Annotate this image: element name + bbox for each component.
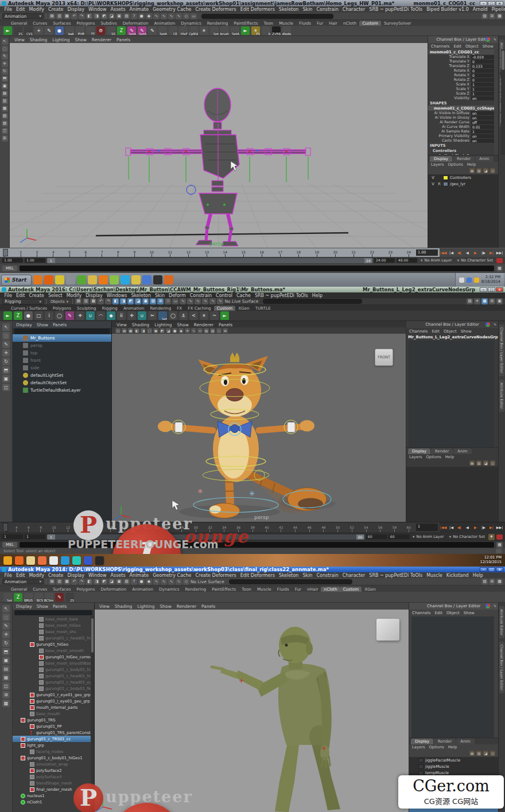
select-by-name-input[interactable] bbox=[201, 14, 333, 19]
outliner-item[interactable]: defaultObjectSet bbox=[13, 379, 111, 387]
shelf-tab[interactable]: Animation bbox=[152, 21, 178, 26]
menu-item[interactable]: Edit Deformers bbox=[238, 573, 277, 578]
tool-icon[interactable]: ▥ bbox=[2, 98, 8, 104]
tray-icon[interactable] bbox=[459, 278, 464, 283]
taskbar-app-icon[interactable] bbox=[49, 556, 58, 565]
shelf-tab[interactable]: FX Caching bbox=[185, 306, 213, 311]
tool-icon[interactable]: ✛ bbox=[2, 631, 10, 638]
panel-menu-item[interactable]: Renderer bbox=[194, 322, 213, 326]
viewport-canvas[interactable]: persp bbox=[10, 43, 428, 248]
taskbar-app-icon[interactable] bbox=[3, 556, 12, 565]
title-bar[interactable]: Autodesk Maya 2014: D:\PL\WORKSHOPS\rigg… bbox=[0, 567, 505, 572]
tray-icon[interactable] bbox=[474, 278, 479, 283]
outliner-item[interactable]: side bbox=[13, 364, 111, 372]
tool-icon[interactable]: ▦ bbox=[2, 106, 8, 112]
channel-value-field[interactable]: off bbox=[471, 120, 494, 124]
status-icon[interactable]: ↶ bbox=[98, 298, 104, 304]
menu-item[interactable]: Arnold bbox=[471, 7, 490, 12]
shelf-item[interactable]: ✎ bbox=[148, 26, 157, 35]
channel-menu-item[interactable]: Channels bbox=[431, 44, 449, 48]
tool-icon[interactable]: ⊞ bbox=[2, 691, 10, 698]
new-layer-icon[interactable]: ◫ bbox=[490, 751, 495, 756]
mel-input[interactable] bbox=[20, 542, 494, 548]
channel-menu-item[interactable]: Channels bbox=[409, 329, 428, 333]
status-icon[interactable]: ◧ bbox=[86, 579, 92, 585]
panel-menu-item[interactable]: View bbox=[14, 37, 25, 42]
taskbar-app-icon[interactable] bbox=[142, 275, 152, 284]
channel-scrollbar[interactable] bbox=[501, 49, 505, 155]
status-icon[interactable]: ▨ bbox=[123, 579, 130, 585]
tool-icon[interactable]: ▨ bbox=[2, 120, 8, 127]
shelf-tab[interactable]: Deformation bbox=[120, 21, 152, 26]
anim-end-field[interactable]: 48.00 bbox=[397, 258, 417, 263]
channel-value-field[interactable]: on bbox=[471, 139, 494, 143]
panel-toolbar-icon[interactable]: ∿ bbox=[191, 328, 196, 333]
layer-menu-item[interactable]: Options bbox=[448, 162, 463, 167]
side-tab[interactable]: Channel Box / Layer Editor bbox=[499, 642, 504, 693]
menu-item[interactable]: Muscle bbox=[425, 573, 445, 578]
menu-item[interactable]: SRB ~ pupPetEDi ToOls bbox=[367, 7, 425, 12]
shelf-item[interactable]: 2S bbox=[65, 593, 74, 602]
status-icon[interactable]: ⊞ bbox=[157, 298, 164, 304]
character-set-dropdown[interactable]: ▼No Character Set bbox=[447, 534, 487, 540]
status-icon[interactable]: ◧ bbox=[112, 298, 119, 304]
outliner-item[interactable]: base_mouth bbox=[13, 710, 94, 717]
taskbar-app-icon[interactable] bbox=[88, 275, 97, 284]
menu-item[interactable]: Assets bbox=[108, 7, 127, 12]
shelf-item[interactable]: PHR bbox=[76, 26, 84, 35]
outliner-item[interactable]: gurung01_PP bbox=[13, 723, 94, 729]
character-set-dropdown[interactable]: ▼No Character Set bbox=[455, 258, 495, 263]
title-bar[interactable]: Autodesk Maya 2013 x64: D:\PL\WORKSHOPS\… bbox=[0, 0, 505, 6]
channel-value-field[interactable]: 1 bbox=[471, 130, 494, 134]
status-icon[interactable]: ▭ bbox=[172, 298, 178, 304]
minimize-button[interactable]: – bbox=[480, 567, 487, 572]
menu-item[interactable]: Select bbox=[46, 293, 64, 298]
taskbar-app-icon[interactable] bbox=[121, 275, 130, 284]
menu-item[interactable]: File bbox=[2, 293, 14, 298]
status-icon[interactable]: ∿ bbox=[209, 298, 216, 304]
select-by-name-input[interactable] bbox=[229, 579, 352, 584]
channel-menu-item[interactable]: Edit bbox=[434, 611, 442, 615]
menu-item[interactable]: Display bbox=[84, 293, 105, 298]
taskbar-app-icon[interactable] bbox=[15, 556, 24, 565]
status-icon[interactable]: ▨ bbox=[123, 13, 130, 19]
outliner-item[interactable]: persp bbox=[13, 342, 111, 349]
shelf-item[interactable]: Z bbox=[117, 26, 126, 35]
panel-toolbar-icon[interactable]: ▤ bbox=[122, 328, 127, 333]
menu-item[interactable]: Create Deformers bbox=[193, 573, 238, 578]
layer-menu-item[interactable]: Help bbox=[448, 745, 457, 749]
taskbar-app-icon[interactable] bbox=[44, 275, 53, 284]
layer-tab[interactable]: Render bbox=[431, 448, 453, 454]
layer-color-swatch[interactable] bbox=[418, 764, 424, 769]
auto-key-button[interactable] bbox=[496, 258, 503, 263]
tool-icon[interactable]: ◌ bbox=[2, 46, 8, 52]
shelf-item[interactable]: ✳ bbox=[200, 26, 208, 35]
channel-menu-item[interactable]: Object bbox=[446, 611, 460, 615]
shelf-tab[interactable]: Dynamics bbox=[156, 587, 182, 592]
outliner-item[interactable]: polySurface2 bbox=[13, 767, 94, 774]
outliner-item[interactable]: nCloth1 bbox=[13, 799, 94, 805]
taskbar-app-icon[interactable] bbox=[61, 556, 69, 565]
shelf-tab[interactable]: Animation bbox=[121, 306, 147, 311]
tool-icon[interactable]: ⬒ bbox=[2, 76, 8, 82]
shelf-tab[interactable]: Custom bbox=[359, 21, 381, 26]
outliner-item[interactable]: gurung01_c_body01_NoiseLayer bbox=[13, 685, 94, 692]
outliner-item[interactable]: gurung01_c_head01_hiGeo bbox=[13, 635, 94, 641]
status-icon[interactable]: ∿ bbox=[176, 13, 182, 19]
tool-icon[interactable]: ◌ bbox=[2, 614, 10, 621]
mel-input[interactable] bbox=[20, 266, 494, 271]
playback-button[interactable]: ▶▶| bbox=[496, 524, 503, 531]
shelf-item[interactable]: Set bbox=[3, 593, 12, 602]
status-icon[interactable]: ◨ bbox=[94, 13, 100, 19]
status-icon[interactable]: ↷ bbox=[79, 13, 85, 19]
shelf-item[interactable]: ◯ bbox=[55, 311, 64, 320]
time-slider[interactable]: 2468101214161820222426283032343638404244… bbox=[0, 522, 505, 532]
playback-start-field[interactable]: 1 bbox=[25, 534, 45, 539]
tool-icon[interactable]: ▣ bbox=[2, 83, 8, 89]
outliner-item[interactable]: gurung01_TRS bbox=[13, 717, 94, 723]
playback-button[interactable]: ◀ bbox=[464, 249, 471, 256]
channel-value-field[interactable]: 1 bbox=[471, 87, 494, 91]
outliner-item[interactable]: gurung01_c_head01_eyeWide_ja bbox=[13, 679, 94, 685]
status-icon[interactable]: ∿ bbox=[180, 298, 186, 304]
panel-toolbar-icon[interactable]: ⊞ bbox=[223, 328, 228, 333]
